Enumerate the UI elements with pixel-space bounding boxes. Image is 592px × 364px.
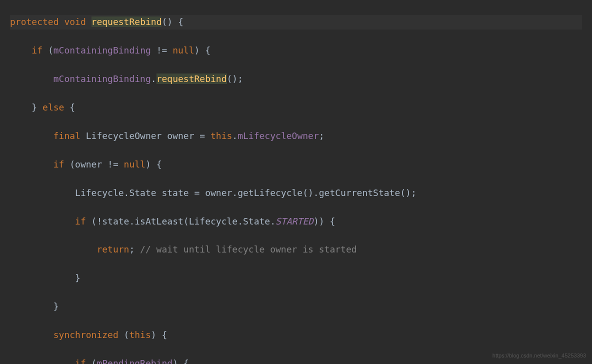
keyword-final: final bbox=[54, 130, 80, 141]
code-line: synchronized (this) { bbox=[10, 328, 582, 342]
code-line: if (owner != null) { bbox=[10, 158, 582, 172]
code-line: mContainingBinding.requestRebind(); bbox=[10, 72, 582, 86]
paren: (owner != bbox=[64, 159, 124, 170]
keyword-else: else bbox=[42, 102, 64, 112]
parens: (); bbox=[227, 74, 244, 84]
keyword-protected: protected bbox=[10, 16, 59, 27]
keyword-synchronized: synchronized bbox=[54, 330, 118, 340]
code-line: } bbox=[10, 300, 582, 314]
paren: (!state.isAtLeast(Lifecycle.State. bbox=[86, 216, 276, 226]
method-name: requestRebind bbox=[92, 16, 162, 27]
field: mLifecycleOwner bbox=[238, 130, 319, 141]
paren: ) { bbox=[151, 330, 168, 340]
brace: } bbox=[54, 301, 59, 312]
code-line: Lifecycle.State state = owner.getLifecyc… bbox=[10, 186, 582, 200]
brace: } bbox=[32, 102, 42, 112]
comment: // wait until lifecycle owner is started bbox=[140, 244, 356, 254]
keyword-if: if bbox=[75, 358, 86, 364]
field: mContainingBinding bbox=[54, 74, 151, 84]
statement: Lifecycle.State state = owner.getLifecyc… bbox=[75, 188, 416, 198]
paren: )) { bbox=[314, 216, 335, 226]
operator: != bbox=[151, 45, 172, 56]
code-editor: protected void requestRebind() { if (mCo… bbox=[0, 0, 592, 364]
code-line: if (mContainingBinding != null) { bbox=[10, 44, 582, 58]
parens: () { bbox=[162, 16, 183, 27]
paren: ( bbox=[86, 358, 97, 364]
field: mPendingRebind bbox=[96, 358, 172, 364]
code-line: return; // wait until lifecycle owner is… bbox=[10, 242, 582, 256]
keyword-if: if bbox=[32, 45, 42, 56]
keyword-this: this bbox=[129, 330, 150, 340]
brace: } bbox=[75, 272, 80, 283]
paren: ( bbox=[42, 45, 54, 56]
paren: ) { bbox=[172, 358, 189, 364]
keyword-this: this bbox=[210, 130, 232, 141]
paren: ( bbox=[118, 330, 130, 340]
method-call: requestRebind bbox=[156, 74, 227, 84]
code-line: protected void requestRebind() { bbox=[10, 15, 582, 29]
keyword-void: void bbox=[64, 16, 86, 27]
watermark: https://blog.csdn.net/weixin_45253393 bbox=[492, 352, 586, 360]
keyword-if: if bbox=[54, 159, 64, 170]
semi: ; bbox=[319, 130, 324, 141]
static-field: STARTED bbox=[276, 216, 314, 226]
code-line: } bbox=[10, 271, 582, 285]
identifier: LifecycleOwner owner = bbox=[80, 130, 210, 141]
keyword-null: null bbox=[172, 45, 194, 56]
field: mContainingBinding bbox=[54, 45, 151, 56]
code-line: } else { bbox=[10, 100, 582, 114]
keyword-if: if bbox=[75, 216, 86, 226]
brace: { bbox=[64, 102, 75, 112]
dot: . bbox=[232, 130, 238, 141]
dot: . bbox=[151, 74, 156, 84]
code-line: if (!state.isAtLeast(Lifecycle.State.STA… bbox=[10, 214, 582, 228]
semi: ; bbox=[129, 244, 140, 254]
keyword-return: return bbox=[96, 244, 129, 254]
code-line: final LifecycleOwner owner = this.mLifec… bbox=[10, 129, 582, 143]
paren: ) { bbox=[146, 159, 162, 170]
paren: ) { bbox=[194, 45, 211, 56]
keyword-null: null bbox=[124, 159, 146, 170]
